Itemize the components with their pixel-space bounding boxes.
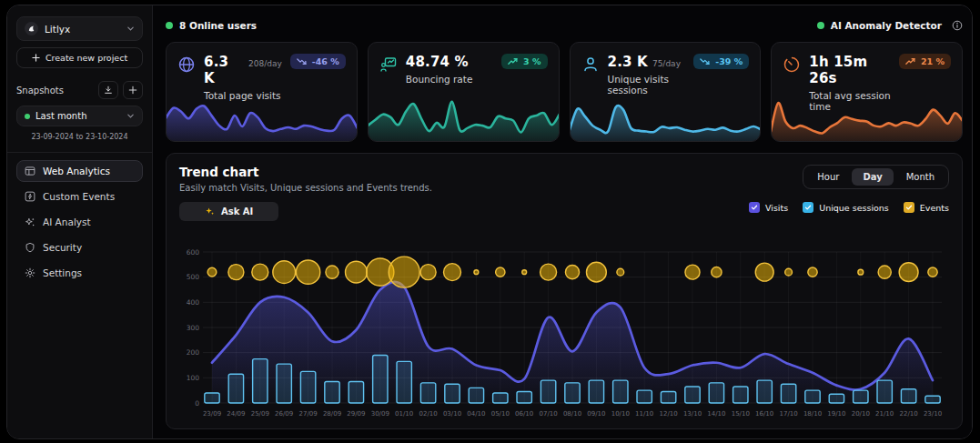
trend-chart-card: Trend chart Easily match Visits, Unique …: [166, 153, 963, 429]
app-window: Litlyx Create new project Snapshots Last…: [6, 5, 973, 439]
sparkline-bouncing-rate: [368, 89, 560, 142]
sidebar-item-security[interactable]: Security: [16, 237, 143, 258]
trending-up-icon: [508, 57, 519, 65]
sidebar-item-ai-analyst[interactable]: AI Analyst: [16, 211, 143, 233]
legend-toggle-unique-sessions[interactable]: Unique sessions: [803, 202, 889, 213]
sidebar-item-label: Web Analytics: [43, 166, 110, 176]
plus-icon: [32, 54, 40, 62]
snapshot-period-select[interactable]: Last month: [16, 106, 143, 126]
snapshot-date-range: 23-09-2024 to 23-10-2024: [16, 133, 143, 141]
stat-cards-row: 6.3 K 208/day Total page visits -46 %: [166, 42, 963, 142]
svg-text:23/10: 23/10: [924, 410, 942, 418]
trend-chart-title: Trend chart: [179, 165, 432, 179]
checkbox-checked-icon: [749, 202, 760, 213]
anomaly-detector-label: AI Anomaly Detector: [831, 20, 942, 31]
svg-text:19/10: 19/10: [827, 410, 845, 418]
trending-up-icon: [905, 57, 916, 65]
svg-text:15/10: 15/10: [732, 410, 750, 418]
legend-toggle-events[interactable]: Events: [904, 202, 949, 213]
legend-label: Events: [920, 203, 949, 213]
svg-text:500: 500: [187, 273, 200, 281]
sidebar: Litlyx Create new project Snapshots Last…: [7, 5, 153, 438]
svg-text:10/10: 10/10: [611, 410, 630, 418]
project-selector[interactable]: Litlyx: [16, 16, 143, 41]
svg-text:29/09: 29/09: [347, 410, 365, 418]
trend-badge: 21 %: [899, 54, 951, 69]
sparkle-icon: [205, 206, 215, 216]
svg-text:23/09: 23/09: [203, 410, 221, 418]
add-snapshot-button[interactable]: [123, 81, 143, 99]
svg-text:22/10: 22/10: [900, 410, 918, 418]
granularity-tabs: Hour Day Month: [803, 165, 949, 189]
stat-label: Bouncing rate: [406, 74, 493, 85]
trend-badge: -46 %: [290, 54, 346, 69]
legend-label: Unique sessions: [819, 203, 889, 213]
stat-value: 2.3 K: [608, 54, 648, 70]
tab-day[interactable]: Day: [852, 168, 893, 186]
download-icon: [104, 86, 113, 95]
main-content: 8 Online users AI Anomaly Detector: [153, 5, 973, 438]
svg-text:400: 400: [187, 298, 200, 307]
svg-text:26/09: 26/09: [275, 410, 293, 418]
snapshot-selected: Last month: [35, 111, 121, 121]
globe-icon: [177, 55, 196, 74]
svg-text:600: 600: [187, 248, 200, 257]
stat-card-unique-visits: 2.3 K 75/day Unique visits sessions -39 …: [570, 42, 762, 142]
stat-value: 6.3 K: [204, 54, 244, 86]
sparkline-total-page-visits: [166, 89, 358, 142]
trend-chart-area: 010020030040050060023/0924/0925/0926/092…: [179, 227, 949, 421]
ask-ai-button[interactable]: Ask AI: [179, 202, 278, 221]
topbar: 8 Online users AI Anomaly Detector: [166, 15, 963, 36]
svg-text:14/10: 14/10: [707, 410, 725, 418]
sidebar-item-label: Settings: [43, 267, 82, 278]
active-period-dot: [25, 114, 30, 119]
snapshots-label: Snapshots: [16, 86, 94, 96]
svg-text:05/10: 05/10: [491, 410, 510, 418]
sidebar-item-settings[interactable]: Settings: [16, 262, 143, 284]
sparkline-avg-session-time: [771, 89, 963, 142]
info-icon[interactable]: [952, 20, 963, 31]
chevron-down-icon: [126, 112, 135, 120]
svg-text:300: 300: [187, 324, 200, 332]
svg-text:17/10: 17/10: [780, 410, 798, 418]
stat-card-total-page-visits: 6.3 K 208/day Total page visits -46 %: [166, 42, 358, 142]
user-icon: [581, 55, 600, 74]
svg-text:08/10: 08/10: [563, 410, 581, 418]
trend-badge: 3 %: [501, 54, 547, 69]
chart-legend: Visits Unique sessions Eve: [749, 202, 949, 213]
svg-text:0: 0: [195, 399, 199, 408]
badge-value: 3 %: [523, 56, 541, 66]
sidebar-item-web-analytics[interactable]: Web Analytics: [16, 160, 143, 182]
svg-text:06/10: 06/10: [515, 410, 533, 418]
svg-text:20/10: 20/10: [852, 410, 870, 418]
badge-value: 21 %: [921, 56, 945, 66]
svg-text:21/10: 21/10: [875, 410, 894, 418]
tab-hour[interactable]: Hour: [806, 168, 850, 186]
legend-toggle-visits[interactable]: Visits: [749, 202, 788, 213]
svg-text:25/09: 25/09: [251, 410, 269, 418]
svg-text:16/10: 16/10: [755, 410, 773, 418]
stat-card-avg-session-time: 1h 15m 26s Total avg session time 21 %: [771, 42, 963, 142]
export-snapshot-button[interactable]: [98, 81, 118, 99]
create-project-label: Create new project: [45, 53, 127, 63]
trending-down-icon: [297, 57, 308, 65]
checkbox-checked-icon: [803, 202, 813, 213]
event-bolt-icon: [25, 191, 35, 202]
trend-chart-svg: 010020030040050060023/0924/0925/0926/092…: [179, 247, 949, 421]
tab-month[interactable]: Month: [895, 168, 945, 186]
sparkline-unique-visits: [570, 89, 762, 142]
create-project-button[interactable]: Create new project: [16, 47, 143, 68]
trend-badge: -39 %: [693, 54, 749, 69]
svg-text:28/09: 28/09: [323, 410, 341, 418]
ask-ai-label: Ask AI: [221, 206, 253, 216]
legend-label: Visits: [765, 203, 788, 213]
svg-text:18/10: 18/10: [803, 410, 822, 418]
plus-icon: [128, 86, 137, 95]
project-name: Litlyx: [45, 24, 120, 35]
online-users-indicator: 8 Online users: [166, 20, 257, 31]
sidebar-item-custom-events[interactable]: Custom Events: [16, 186, 143, 207]
sparkles-icon: [25, 216, 35, 227]
svg-text:01/10: 01/10: [395, 410, 413, 418]
stat-card-bouncing-rate: 48.74 % Bouncing rate 3 %: [368, 42, 560, 142]
svg-text:03/10: 03/10: [443, 410, 461, 418]
